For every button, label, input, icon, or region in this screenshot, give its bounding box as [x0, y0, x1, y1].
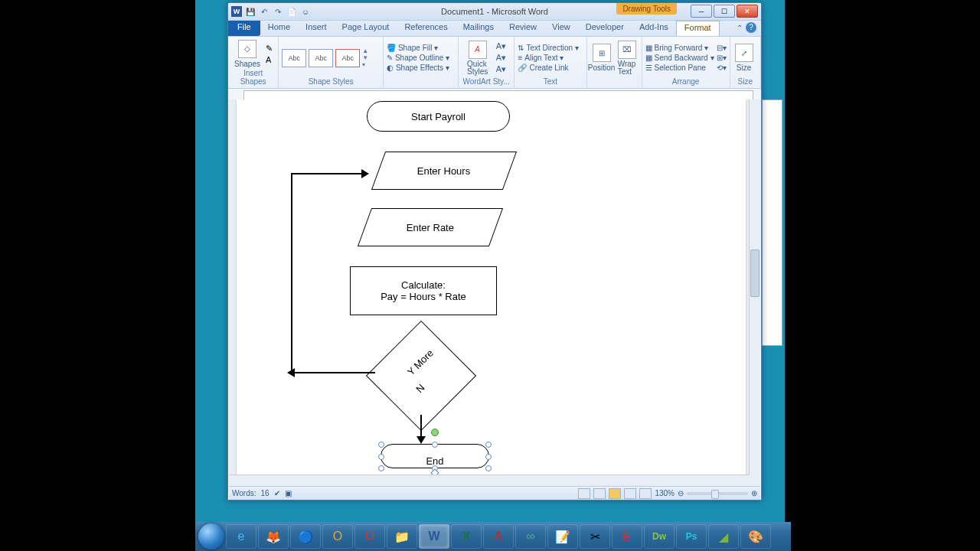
minimize-button[interactable]: ─: [691, 5, 712, 18]
arrow-to-end[interactable]: [420, 415, 422, 438]
taskbar-outlook[interactable]: O: [322, 524, 353, 549]
taskbar-excel[interactable]: X: [451, 524, 482, 549]
text-outline-icon[interactable]: A▾: [496, 53, 506, 63]
flowchart-io-rate[interactable]: Enter Rate: [358, 208, 503, 246]
start-button[interactable]: [198, 523, 224, 549]
quick-styles-button[interactable]: A Quick Styles: [462, 41, 494, 76]
tab-addins[interactable]: Add-Ins: [632, 21, 676, 36]
page[interactable]: Start Payroll Enter Hours Enter Rate Cal…: [237, 99, 746, 486]
create-link-button[interactable]: 🔗Create Link: [518, 64, 579, 72]
text-direction-button[interactable]: ⇅Text Direction ▾: [518, 44, 579, 52]
taskbar-explorer[interactable]: 📁: [387, 524, 417, 549]
position-button[interactable]: ⊞ Position: [590, 44, 613, 72]
tab-page-layout[interactable]: Page Layout: [335, 21, 397, 36]
text-effects-icon[interactable]: A▾: [496, 64, 506, 74]
style-gallery-more[interactable]: ▾: [362, 61, 368, 68]
shape-effects-button[interactable]: ◐Shape Effects ▾: [387, 64, 449, 72]
tab-developer[interactable]: Developer: [578, 21, 632, 36]
tab-insert[interactable]: Insert: [298, 21, 335, 36]
flowchart-io-hours[interactable]: Enter Hours: [371, 152, 517, 190]
maximize-button[interactable]: ☐: [714, 5, 735, 18]
arrow-loop-bottom[interactable]: [291, 372, 375, 373]
word-count-label[interactable]: Words:: [232, 489, 256, 497]
taskbar-photoshop[interactable]: Ps: [676, 524, 707, 549]
text-fill-icon[interactable]: A▾: [496, 41, 506, 51]
size-button[interactable]: ⤢ Size: [733, 44, 755, 72]
zoom-out-button[interactable]: ⊖: [678, 489, 684, 497]
align-menu-icon[interactable]: ⊟▾: [717, 44, 727, 52]
taskbar[interactable]: e 🦊 🔵 O O 📁 W X A ∞ 📝 ✂ ⎘ Dw Ps ◢ 🎨: [195, 522, 791, 551]
taskbar-word[interactable]: W: [419, 524, 449, 549]
vertical-scrollbar[interactable]: [749, 99, 760, 475]
rotation-handle[interactable]: [431, 429, 439, 436]
view-web-layout[interactable]: [609, 488, 621, 499]
view-full-screen[interactable]: [593, 488, 606, 499]
taskbar-dreamweaver[interactable]: Dw: [644, 524, 675, 549]
horizontal-scrollbar[interactable]: [229, 474, 750, 486]
resize-handle-se[interactable]: [485, 465, 492, 471]
tab-view[interactable]: View: [544, 21, 578, 36]
edit-shape-icon[interactable]: ✎: [266, 44, 273, 54]
shape-fill-button[interactable]: 🪣Shape Fill ▾: [387, 44, 449, 52]
shape-outline-button[interactable]: ✎Shape Outline ▾: [387, 54, 449, 62]
word-count-value[interactable]: 16: [261, 489, 270, 497]
style-gallery-down[interactable]: ▼: [362, 54, 368, 61]
qat-new-icon[interactable]: 📄: [286, 6, 297, 17]
resize-handle-e[interactable]: [485, 454, 492, 460]
taskbar-firefox[interactable]: 🦊: [258, 524, 289, 549]
zoom-level[interactable]: 130%: [655, 489, 675, 497]
style-gallery-up[interactable]: ▲: [362, 47, 368, 54]
qat-redo-icon[interactable]: ↷: [273, 6, 283, 17]
minimize-ribbon-icon[interactable]: ⌃: [737, 24, 743, 32]
tab-references[interactable]: References: [397, 21, 455, 36]
macro-icon[interactable]: ▣: [285, 489, 292, 497]
view-draft[interactable]: [639, 488, 652, 499]
qat-undo-icon[interactable]: ↶: [259, 6, 270, 17]
qat-save-icon[interactable]: 💾: [245, 6, 256, 17]
help-icon[interactable]: ?: [746, 22, 756, 33]
resize-handle-sw[interactable]: [378, 465, 384, 471]
taskbar-ie[interactable]: e: [226, 524, 256, 549]
group-menu-icon[interactable]: ⊞▾: [717, 54, 727, 62]
taskbar-app3[interactable]: 🎨: [740, 524, 771, 549]
shape-style-1[interactable]: Abc: [282, 49, 306, 67]
arrow-loop-top[interactable]: [291, 173, 363, 174]
file-tab[interactable]: File: [228, 21, 260, 36]
taskbar-access[interactable]: A: [483, 524, 514, 549]
zoom-in-button[interactable]: ⊕: [751, 489, 757, 497]
tab-format[interactable]: Format: [676, 21, 720, 36]
zoom-slider[interactable]: [687, 492, 748, 495]
shape-style-2[interactable]: Abc: [309, 49, 333, 67]
flowchart-terminator-start[interactable]: Start Payroll: [367, 101, 510, 132]
taskbar-opera[interactable]: O: [354, 524, 385, 549]
tab-home[interactable]: Home: [260, 21, 298, 36]
view-outline[interactable]: [624, 488, 636, 499]
taskbar-snip[interactable]: ✂: [580, 524, 610, 549]
taskbar-app1[interactable]: ∞: [515, 524, 546, 549]
tab-review[interactable]: Review: [501, 21, 544, 36]
taskbar-app2[interactable]: ◢: [708, 524, 739, 549]
titlebar[interactable]: W 💾 ↶ ↷ 📄 ☺ Document1 - Microsoft Word D…: [228, 3, 761, 21]
proofing-icon[interactable]: ✔: [274, 489, 280, 497]
shapes-gallery-button[interactable]: ◇ Shapes: [231, 40, 263, 68]
wrap-text-button[interactable]: ⌧ Wrap Text: [616, 41, 639, 76]
align-text-button[interactable]: ≡Align Text ▾: [518, 54, 579, 62]
resize-handle-w[interactable]: [378, 454, 384, 460]
resize-handle-ne[interactable]: [485, 442, 492, 448]
resize-handle-nw[interactable]: [378, 442, 384, 448]
bring-forward-button[interactable]: ▦Bring Forward ▾: [645, 44, 714, 52]
arrow-loop-vertical[interactable]: [291, 173, 292, 373]
selection-pane-button[interactable]: ☰Selection Pane: [645, 64, 714, 72]
document-area[interactable]: Start Payroll Enter Hours Enter Rate Cal…: [229, 99, 760, 486]
taskbar-chrome[interactable]: 🔵: [290, 524, 321, 549]
text-box-icon[interactable]: A: [266, 55, 273, 64]
shape-style-3[interactable]: Abc: [335, 49, 360, 67]
scrollbar-thumb[interactable]: [750, 249, 760, 297]
send-backward-button[interactable]: ▦Send Backward ▾: [645, 54, 714, 62]
qat-emoji-icon[interactable]: ☺: [300, 6, 311, 17]
resize-handle-n[interactable]: [432, 442, 438, 448]
flowchart-process-calculate[interactable]: Calculate: Pay = Hours * Rate: [350, 266, 497, 315]
taskbar-notepad[interactable]: 📝: [547, 524, 578, 549]
taskbar-acrobat[interactable]: ⎘: [612, 524, 642, 549]
close-button[interactable]: ✕: [737, 5, 758, 18]
